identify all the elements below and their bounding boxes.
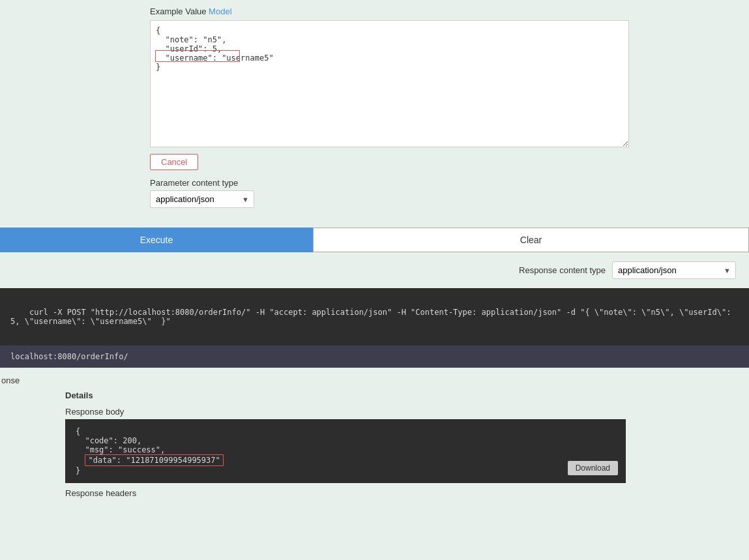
response-ct-wrapper: application/json application/xml text/pl… <box>612 261 736 279</box>
model-link[interactable]: Model <box>209 7 231 16</box>
example-value-text: Example Value <box>150 7 206 16</box>
response-label: onse <box>0 373 749 387</box>
curl-command-text: curl -X POST "http://localhost:8080/orde… <box>10 308 736 326</box>
example-value-label: Example Value Model <box>150 7 749 16</box>
response-body-label: Response body <box>0 403 749 419</box>
response-ct-select[interactable]: application/json application/xml text/pl… <box>612 261 736 279</box>
details-header: Details <box>0 387 749 403</box>
response-label-text: onse <box>1 376 20 385</box>
response-body-line1: { <box>76 427 615 436</box>
response-body-block: { "code": 200, "msg": "success", "data":… <box>65 419 626 483</box>
cancel-row: Cancel <box>150 154 749 170</box>
response-body-line2: "code": 200, <box>76 436 615 445</box>
clear-button[interactable]: Clear <box>313 228 749 252</box>
execute-button[interactable]: Execute <box>0 228 313 252</box>
example-value-textarea[interactable]: { "note": "n5", "userId": 5, "username":… <box>150 20 629 147</box>
url-bar: localhost:8080/orderInfo/ <box>0 346 749 368</box>
param-content-type-select[interactable]: application/json application/xml text/pl… <box>150 190 254 208</box>
response-body-line4: "data": "121871099954995937" <box>76 454 615 466</box>
response-section: onse Details Response body { "code": 200… <box>0 368 749 501</box>
json-textarea-container: { "note": "n5", "userId": 5, "username":… <box>150 20 629 147</box>
execute-bar: Execute Clear <box>0 228 749 252</box>
response-headers-label: Response headers <box>0 483 749 501</box>
response-ct-label: Response content type <box>519 265 606 275</box>
download-button[interactable]: Download <box>568 461 618 475</box>
top-section: Example Value Model { "note": "n5", "use… <box>0 0 749 214</box>
response-body-line5: } <box>76 466 615 475</box>
request-url-text: localhost:8080/orderInfo/ <box>10 352 128 361</box>
response-body-line3: "msg": "success", <box>76 445 615 454</box>
param-content-type-wrapper: application/json application/xml text/pl… <box>150 190 254 208</box>
highlighted-data-line: "data": "121871099954995937" <box>85 454 223 466</box>
response-ct-row: Response content type application/json a… <box>0 252 749 288</box>
page-container: Example Value Model { "note": "n5", "use… <box>0 0 749 560</box>
param-content-type-label: Parameter content type <box>150 178 749 188</box>
cancel-button[interactable]: Cancel <box>150 154 198 170</box>
curl-command-area: curl -X POST "http://localhost:8080/orde… <box>0 288 749 346</box>
